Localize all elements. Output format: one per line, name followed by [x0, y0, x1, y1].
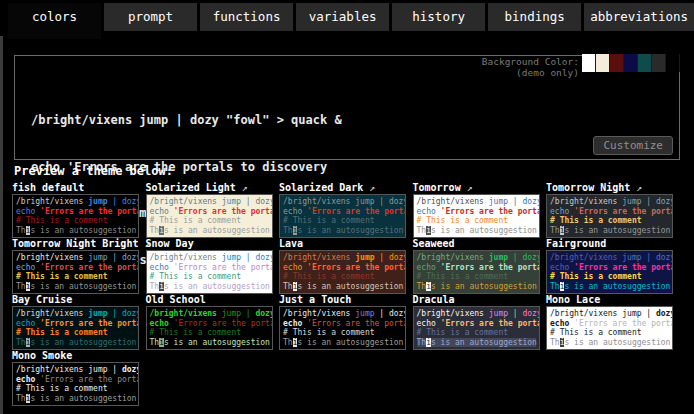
theme-preview[interactable]: /bright/vixens jump | dozy "fowl" > quac… — [546, 194, 673, 238]
tab-history[interactable]: history — [392, 3, 485, 31]
customize-button[interactable]: Customize — [593, 136, 673, 155]
theme-preview[interactable]: /bright/vixens jump | dozy "fowl" > quac… — [546, 250, 673, 294]
token-command2: dozy — [389, 253, 406, 262]
background-swatch-0[interactable] — [582, 54, 596, 72]
external-link-icon[interactable]: ↗ — [363, 182, 375, 193]
sample-line-comment: # This is a comment — [283, 216, 402, 226]
token-error: 'Errors are the portals to discovery — [569, 207, 673, 216]
theme-preview[interactable]: /bright/vixens jump | dozy "fowl" > quac… — [279, 250, 406, 294]
token-command2: dozy — [255, 309, 272, 318]
sample-line-comment: # This is a comment — [550, 272, 669, 282]
theme-title[interactable]: Solarized Dark ↗ — [279, 182, 413, 193]
sample-line-autosuggestion: This is an autosuggestion — [16, 226, 135, 236]
token-command: jump — [222, 309, 241, 318]
theme-cell: Tomorrow Night Bright ↗/bright/vixens ju… — [12, 238, 146, 294]
theme-preview[interactable]: /bright/vixens jump | dozy "fowl" > quac… — [279, 194, 406, 238]
token-command: jump — [88, 309, 107, 318]
token-suggestion-prefix: Th — [550, 282, 560, 291]
token-suggestion-suffix: s is an autosuggestion — [297, 282, 403, 291]
theme-title[interactable]: Tomorrow ↗ — [413, 182, 547, 193]
theme-preview[interactable]: /bright/vixens jump | dozy "fowl" > quac… — [146, 250, 273, 294]
sample-line-comment: # This is a comment — [283, 272, 402, 282]
token-comment: # This is a comment — [16, 328, 108, 337]
theme-title[interactable]: Tomorrow Night ↗ — [546, 182, 680, 193]
token-command2: dozy — [122, 365, 139, 374]
sample-line-command: /bright/vixens jump | dozy "fowl" > quac… — [283, 197, 402, 207]
tab-bindings[interactable]: bindings — [488, 3, 581, 31]
theme-preview[interactable]: /bright/vixens jump | dozy "fowl" > quac… — [12, 306, 139, 350]
tab-abbreviations[interactable]: abbreviations — [584, 3, 694, 31]
sample-line-error: echo 'Errors are the portals to discover… — [283, 263, 402, 273]
theme-preview[interactable]: /bright/vixens jump | dozy "fowl" > quac… — [413, 306, 540, 350]
token-command: jump — [88, 197, 107, 206]
token-pipe: | — [108, 197, 122, 206]
external-link-icon[interactable]: ↗ — [236, 182, 248, 193]
token-pipe: | — [241, 197, 255, 206]
token-suggestion-suffix: s is an autosuggestion — [564, 338, 670, 347]
background-swatch-5[interactable] — [652, 54, 666, 72]
external-link-icon[interactable]: ↗ — [461, 182, 473, 193]
token-command2: dozy — [255, 253, 272, 262]
theme-preview[interactable]: /bright/vixens jump | dozy "fowl" > quac… — [12, 250, 139, 294]
theme-preview[interactable]: /bright/vixens jump | dozy "fowl" > quac… — [146, 194, 273, 238]
theme-title: Lava — [279, 238, 413, 249]
sample-line-autosuggestion: This is an autosuggestion — [150, 338, 269, 348]
sample-line-autosuggestion: This is an autosuggestion — [283, 226, 402, 236]
theme-preview[interactable]: /bright/vixens jump | dozy "fowl" > quac… — [413, 250, 540, 294]
token-command: jump — [222, 197, 241, 206]
theme-title[interactable]: Solarized Light ↗ — [146, 182, 280, 193]
theme-preview[interactable]: /bright/vixens jump | dozy "fowl" > quac… — [146, 306, 273, 350]
theme-cell: Solarized Light ↗/bright/vixens jump | d… — [146, 182, 280, 238]
theme-preview[interactable]: /bright/vixens jump | dozy "fowl" > quac… — [546, 306, 673, 350]
theme-cell: Fairground/bright/vixens jump | dozy "fo… — [546, 238, 680, 294]
tab-prompt[interactable]: prompt — [104, 3, 197, 31]
token-comment: # This is a comment — [550, 272, 642, 281]
token-command2: dozy — [122, 197, 139, 206]
tab-functions[interactable]: functions — [200, 3, 293, 31]
sample-line-error: echo 'Errors are the portals to discover… — [16, 375, 135, 385]
theme-cell: fish default/bright/vixens jump | dozy "… — [12, 182, 146, 238]
tab-variables[interactable]: variables — [296, 3, 389, 31]
token-suggestion-suffix: s is an autosuggestion — [431, 338, 537, 347]
token-suggestion-prefix: Th — [417, 226, 427, 235]
tab-colors[interactable]: colors — [8, 3, 101, 39]
background-swatch-4[interactable] — [638, 54, 652, 72]
token-path: /bright/vixens — [417, 197, 489, 206]
background-swatch-6[interactable] — [666, 54, 680, 72]
token-echo: echo — [283, 207, 302, 216]
sample-line-comment: # This is a comment — [417, 216, 536, 226]
theme-preview[interactable]: /bright/vixens jump | dozy "fowl" > quac… — [12, 362, 139, 406]
token-command2: dozy — [389, 197, 406, 206]
token-error: 'Errors are the portals to discovery — [35, 263, 139, 272]
theme-title: Old School — [146, 294, 280, 305]
background-swatch-1[interactable] — [596, 54, 610, 72]
token-comment: # This is a comment — [283, 272, 375, 281]
sample-line-autosuggestion: This is an autosuggestion — [16, 394, 135, 404]
token-comment: # This is a comment — [150, 328, 242, 337]
token-command: jump — [355, 309, 374, 318]
sample-line-command: /bright/vixens jump | dozy "fowl" > quac… — [150, 197, 269, 207]
background-swatch-2[interactable] — [610, 54, 624, 72]
theme-preview[interactable]: /bright/vixens jump | dozy "fowl" > quac… — [413, 194, 540, 238]
token-pipe: | — [108, 365, 122, 374]
token-comment: # This is a comment — [417, 216, 509, 225]
sample-line-autosuggestion: This is an autosuggestion — [283, 338, 402, 348]
theme-preview[interactable]: /bright/vixens jump | dozy "fowl" > quac… — [12, 194, 139, 238]
token-path: /bright/vixens — [283, 309, 355, 318]
background-swatch-3[interactable] — [624, 54, 638, 72]
sample-line-error: echo 'Errors are the portals to discover… — [550, 207, 669, 217]
sample-line-command: /bright/vixens jump | dozy "fowl" > quac… — [550, 253, 669, 263]
tab-bar: colorspromptfunctionsvariableshistorybin… — [0, 0, 694, 39]
theme-cell: Bay Cruise/bright/vixens jump | dozy "fo… — [12, 294, 146, 350]
sample-line-error: echo 'Errors are the portals to discover… — [16, 319, 135, 329]
token-echo: echo — [16, 263, 35, 272]
background-color-label-block: Background Color: (demo only) — [482, 56, 579, 78]
theme-preview[interactable]: /bright/vixens jump | dozy "fowl" > quac… — [279, 306, 406, 350]
external-link-icon[interactable]: ↗ — [630, 182, 642, 193]
token-path: /bright/vixens — [16, 309, 88, 318]
token-command: jump — [355, 253, 374, 262]
theme-title[interactable]: Tomorrow Night Bright ↗ — [12, 238, 146, 249]
token-command: jump — [489, 253, 508, 262]
token-error: 'Errors are the portals to discovery — [35, 319, 139, 328]
token-error: 'Errors are the portals to discovery — [302, 319, 406, 328]
